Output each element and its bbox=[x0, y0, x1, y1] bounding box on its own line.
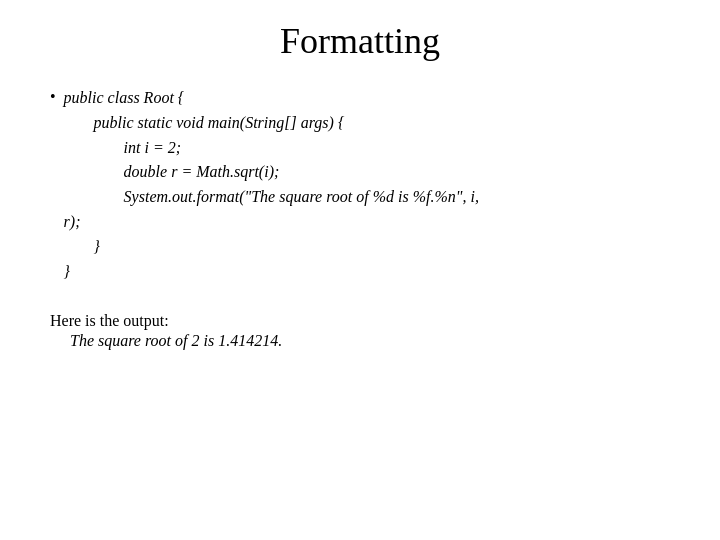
page: Formatting • public class Root { public … bbox=[0, 0, 720, 540]
bullet-symbol: • bbox=[50, 88, 56, 106]
content-area: • public class Root { public static void… bbox=[40, 86, 680, 288]
output-section: Here is the output: The square root of 2… bbox=[40, 312, 282, 350]
code-block: public class Root { public static void m… bbox=[64, 86, 479, 284]
code-line-1: public class Root { bbox=[64, 86, 479, 111]
code-line-6: r); bbox=[64, 210, 479, 235]
page-title: Formatting bbox=[40, 20, 680, 62]
code-line-5: System.out.format("The square root of %d… bbox=[64, 185, 479, 210]
code-line-7: } bbox=[64, 235, 479, 260]
title-area: Formatting bbox=[40, 20, 680, 62]
code-line-8: } bbox=[64, 260, 479, 285]
output-text: The square root of 2 is 1.414214. bbox=[50, 332, 282, 350]
code-line-3: int i = 2; bbox=[64, 136, 479, 161]
bullet-item: • public class Root { public static void… bbox=[50, 86, 680, 284]
code-line-4: double r = Math.sqrt(i); bbox=[64, 160, 479, 185]
code-line-2: public static void main(String[] args) { bbox=[64, 111, 479, 136]
output-label: Here is the output: bbox=[50, 312, 282, 330]
